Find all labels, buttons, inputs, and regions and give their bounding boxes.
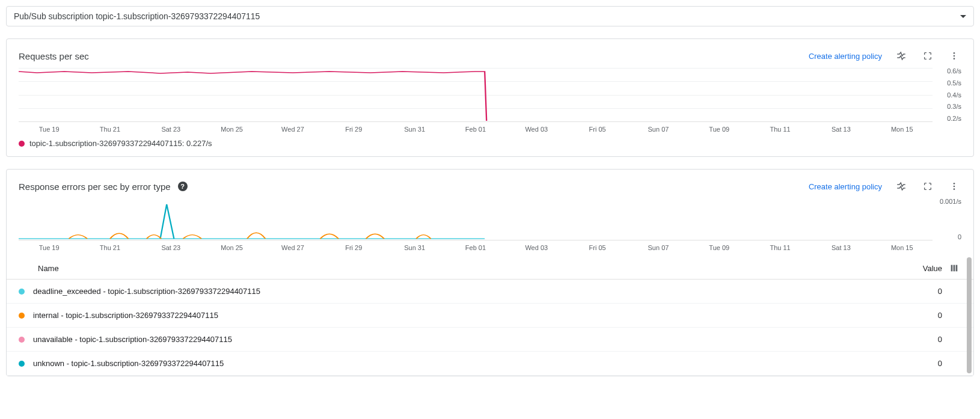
row-name: unavailable - topic-1.subscription-32697… [33,335,906,344]
column-settings-icon[interactable] [947,263,961,273]
fullscreen-icon[interactable] [920,179,935,194]
create-alerting-policy-link[interactable]: Create alerting policy [809,52,882,61]
x-tick: Tue 19 [19,244,79,251]
x-tick: Sat 23 [141,244,201,251]
x-tick: Wed 27 [262,126,323,133]
x-tick: Wed 03 [506,244,567,251]
x-tick: Tue 09 [689,126,750,133]
legend-label: topic-1.subscription-3269793372294407115… [29,139,212,148]
x-tick: Wed 03 [506,126,567,133]
x-tick: Fri 05 [567,244,628,251]
svg-point-1 [954,55,955,57]
chart-plot-area[interactable]: 0.001/s 0 [19,198,961,240]
row-value: 0 [906,335,942,344]
card-actions: Create alerting policy [809,179,961,194]
response-errors-card: Response errors per sec by error type ? … [6,169,974,376]
header-name: Name [38,264,906,273]
x-tick: Tue 19 [19,126,79,133]
row-name: internal - topic-1.subscription-32697933… [33,311,906,320]
table-row[interactable]: unknown - topic-1.subscription-326979337… [7,352,973,376]
x-tick: Feb 01 [445,126,506,133]
card-header: Response errors per sec by error type ? … [7,170,973,198]
x-tick: Sun 07 [628,126,688,133]
x-tick: Mon 25 [201,126,262,133]
more-options-icon[interactable] [947,49,961,63]
svg-point-5 [954,188,955,190]
row-value: 0 [906,311,942,320]
y-axis: 0.6/s 0.5/s 0.4/s 0.3/s 0.2/s [933,68,961,122]
x-tick: Thu 21 [79,244,140,251]
svg-rect-7 [954,265,955,272]
svg-rect-6 [951,265,953,272]
x-tick: Sun 31 [384,126,445,133]
legend-table: Name Value deadline_exceeded - topic-1.s… [7,257,973,376]
table-row[interactable]: deadline_exceeded - topic-1.subscription… [7,280,973,304]
row-name: deadline_exceeded - topic-1.subscription… [33,287,906,296]
x-axis: Tue 19 Thu 21 Sat 23 Mon 25 Wed 27 Fri 2… [19,122,961,133]
help-icon[interactable]: ? [178,182,188,191]
series-lines [19,198,933,240]
row-value: 0 [906,359,942,368]
svg-rect-8 [956,265,958,272]
series-dot [19,361,25,367]
x-tick: Thu 11 [750,126,810,133]
svg-point-3 [954,183,955,185]
chevron-down-icon [960,15,966,18]
x-tick: Sat 23 [141,126,201,133]
requests-per-sec-card: Requests per sec Create alerting policy [6,38,974,157]
x-tick: Mon 15 [872,126,933,133]
table-header: Name Value [7,257,973,280]
chart-plot [19,198,933,240]
header-value: Value [906,264,942,273]
y-tick: 0.5/s [947,80,961,87]
table-row[interactable]: internal - topic-1.subscription-32697933… [7,304,973,328]
card-header: Requests per sec Create alerting policy [7,39,973,68]
scrollbar[interactable] [967,257,972,373]
x-tick: Fri 29 [323,244,384,251]
y-tick: 0.001/s [940,198,961,205]
svg-point-2 [954,58,955,60]
svg-point-4 [954,186,955,188]
legend-row: topic-1.subscription-3269793372294407115… [19,133,961,150]
chart-title: Requests per sec [19,51,89,61]
legend-dot [19,141,25,147]
subscription-dropdown[interactable]: Pub/Sub subscription topic-1.subscriptio… [6,6,974,26]
x-tick: Wed 27 [262,244,323,251]
x-tick: Fri 29 [323,126,384,133]
create-alerting-policy-link[interactable]: Create alerting policy [809,182,882,191]
chart-plot-area[interactable]: 0.6/s 0.5/s 0.4/s 0.3/s 0.2/s [19,68,961,122]
y-tick: 0.4/s [947,92,961,99]
x-tick: Sun 07 [628,244,688,251]
svg-point-0 [954,52,955,54]
row-name: unknown - topic-1.subscription-326979337… [33,359,906,368]
x-tick: Sat 13 [810,244,871,251]
x-tick: Sat 13 [810,126,871,133]
more-options-icon[interactable] [947,179,961,194]
series-dot [19,337,25,343]
legend-toggle-icon[interactable] [894,179,908,194]
fullscreen-icon[interactable] [920,49,935,63]
card-actions: Create alerting policy [809,49,961,63]
x-tick: Feb 01 [445,244,506,251]
x-tick: Tue 09 [689,244,750,251]
chart-title: Response errors per sec by error type ? [19,182,188,192]
table-row[interactable]: unavailable - topic-1.subscription-32697… [7,328,973,352]
x-tick: Mon 25 [201,244,262,251]
chart-body: 0.6/s 0.5/s 0.4/s 0.3/s 0.2/s Tue 19 Thu… [7,68,973,156]
chart-plot [19,68,933,122]
x-tick: Mon 15 [872,244,933,251]
y-tick: 0.3/s [947,103,961,110]
y-tick: 0 [958,234,961,240]
y-axis: 0.001/s 0 [933,198,961,240]
x-tick: Thu 11 [750,244,810,251]
series-dot [19,313,25,319]
chart-body: 0.001/s 0 Tue 19 Thu 21 Sat 23 Mon 25 We… [7,198,973,257]
legend-toggle-icon[interactable] [894,49,908,63]
row-value: 0 [906,287,942,296]
x-axis: Tue 19 Thu 21 Sat 23 Mon 25 Wed 27 Fri 2… [19,240,961,251]
y-tick: 0.6/s [947,68,961,75]
x-tick: Sun 31 [384,244,445,251]
chart-title-text: Response errors per sec by error type [19,182,171,192]
x-tick: Thu 21 [79,126,140,133]
subscription-dropdown-label: Pub/Sub subscription topic-1.subscriptio… [14,11,260,21]
